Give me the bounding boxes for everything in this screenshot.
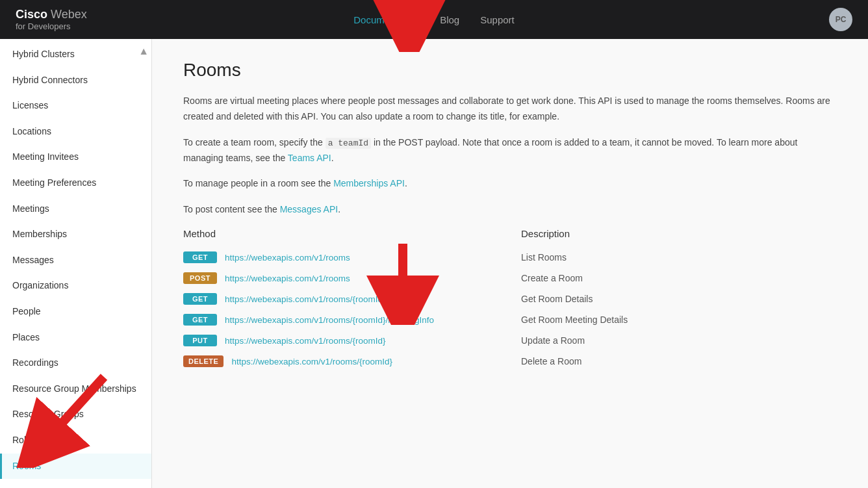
sidebar-item-recordings[interactable]: Recordings [0,350,151,376]
sidebar-item-memberships[interactable]: Memberships [0,222,151,248]
layout: ▲ Hybrid ClustersHybrid ConnectorsLicens… [0,39,868,488]
nav-support[interactable]: Support [480,14,515,25]
nav-documentation[interactable]: Documentation [353,14,419,25]
description-1: Rooms are virtual meeting places where p… [183,94,837,125]
api-row-2: GEThttps://webexapis.com/v1/rooms/{roomI… [183,289,837,309]
sidebar-item-resource-group-memberships[interactable]: Resource Group Memberships [0,376,151,402]
endpoint-url-3[interactable]: https://webexapis.com/v1/rooms/{roomId}/… [225,315,434,325]
method-badge-0: GET [183,251,217,263]
sidebar-item-places[interactable]: Places [0,325,151,351]
method-badge-2: GET [183,293,217,305]
description-2: To create a team room, specify the a tea… [183,135,837,166]
api-row-1: POSThttps://webexapis.com/v1/roomsCreate… [183,268,837,289]
memberships-api-link[interactable]: Memberships API [333,178,405,188]
api-row-4: PUThttps://webexapis.com/v1/rooms/{roomI… [183,330,837,351]
logo: Cisco Webex for Developers [16,8,87,31]
logo-title: Cisco Webex [16,8,87,21]
endpoint-url-0[interactable]: https://webexapis.com/v1/rooms [225,253,350,263]
method-badge-4: PUT [183,335,217,346]
sidebar-item-resource-groups[interactable]: Resource Groups [0,402,151,428]
teamid-code: a teamId [326,138,371,149]
endpoint-url-2[interactable]: https://webexapis.com/v1/rooms/{roomId} [225,294,386,304]
sidebar-item-people[interactable]: People [0,299,151,325]
sidebar-item-roles[interactable]: Roles [0,428,151,454]
sidebar-item-hybrid-clusters[interactable]: Hybrid Clusters [0,42,151,68]
api-description-1: Create a Room [521,273,837,283]
sidebar-item-organizations[interactable]: Organizations [0,273,151,299]
api-row-0: GEThttps://webexapis.com/v1/roomsList Ro… [183,247,837,268]
method-badge-3: GET [183,314,217,326]
api-description-5: Delete a Room [521,356,837,366]
sidebar-item-rooms[interactable]: Rooms [0,454,151,480]
sidebar: ▲ Hybrid ClustersHybrid ConnectorsLicens… [0,39,152,488]
sidebar-item-licenses[interactable]: Licenses [0,93,151,119]
main-nav: Documentation Blog Support [353,14,514,25]
sidebar-item-meetings[interactable]: Meetings [0,196,151,222]
nav-blog[interactable]: Blog [440,14,459,25]
table-header: Method Description [183,228,837,244]
api-row-3: GEThttps://webexapis.com/v1/rooms/{roomI… [183,309,837,330]
messages-api-link[interactable]: Messages API [280,204,338,214]
sidebar-item-hybrid-connectors[interactable]: Hybrid Connectors [0,68,151,94]
description-4: To post content see the Messages API. [183,202,837,218]
sidebar-collapse-btn[interactable]: ▲ [138,45,149,57]
method-badge-5: DELETE [183,355,223,367]
api-table-container: Method Description GEThttps://webexapis.… [183,228,837,372]
sidebar-item-messages[interactable]: Messages [0,248,151,274]
page-title: Rooms [183,60,837,81]
sidebar-item-meeting-preferences[interactable]: Meeting Preferences [0,170,151,196]
main-content: Rooms Rooms are virtual meeting places w… [152,39,868,488]
api-row-5: DELETEhttps://webexapis.com/v1/rooms/{ro… [183,351,837,372]
api-description-0: List Rooms [521,252,837,263]
api-description-2: Get Room Details [521,294,837,304]
description-3: To manage people in a room see the Membe… [183,176,837,192]
teams-api-link[interactable]: Teams API [288,153,331,163]
endpoint-url-1[interactable]: https://webexapis.com/v1/rooms [225,274,350,283]
sidebar-items-container: Hybrid ClustersHybrid ConnectorsLicenses… [0,42,151,479]
api-description-4: Update a Room [521,335,837,346]
sidebar-item-meeting-invitees[interactable]: Meeting Invitees [0,144,151,170]
logo-subtitle: for Developers [16,21,87,31]
col-header-method: Method [183,228,521,239]
api-rows-container: GEThttps://webexapis.com/v1/roomsList Ro… [183,247,837,372]
col-header-desc: Description [521,228,837,239]
endpoint-url-5[interactable]: https://webexapis.com/v1/rooms/{roomId} [231,357,392,366]
api-description-3: Get Room Meeting Details [521,315,837,325]
header: Cisco Webex for Developers Documentation… [0,0,868,39]
sidebar-item-locations[interactable]: Locations [0,119,151,145]
endpoint-url-4[interactable]: https://webexapis.com/v1/rooms/{roomId} [225,336,386,346]
method-badge-1: POST [183,272,217,284]
avatar[interactable]: PC [829,8,852,31]
